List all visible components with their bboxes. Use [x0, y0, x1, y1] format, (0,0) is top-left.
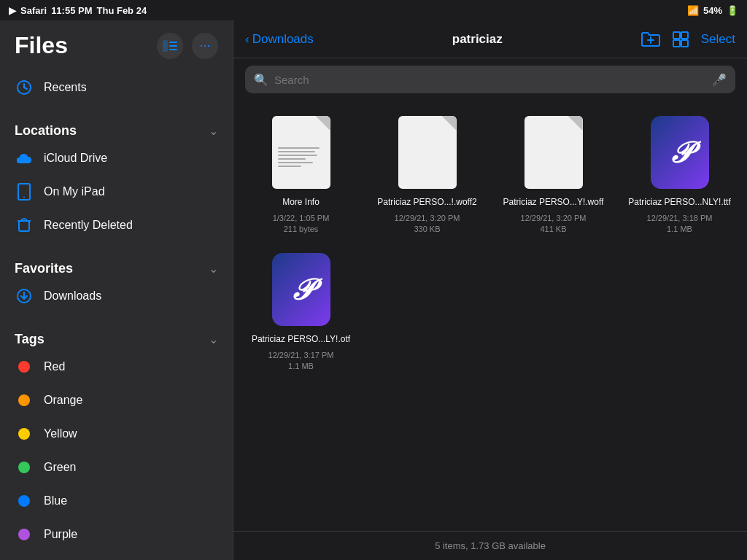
- sidebar-icons: ···: [157, 33, 218, 59]
- tag-label-green: Green: [44, 461, 76, 474]
- recents-label: Recents: [44, 81, 87, 94]
- view-toggle-button[interactable]: [672, 31, 689, 48]
- file-meta-patriciaz-ttf: 12/29/21, 3:18 PM1.1 MB: [647, 213, 713, 236]
- sidebar-section-recents: Recents: [0, 65, 233, 110]
- tags-chevron[interactable]: ⌄: [209, 332, 218, 346]
- wifi-icon: 📶: [687, 5, 699, 16]
- file-icon-container-patriciaz-ttf: 𝒫: [643, 112, 716, 192]
- sidebar-section-locations: Locations ⌄ iCloud Drive On M: [0, 110, 233, 248]
- status-date: Thu Feb 24: [97, 5, 147, 16]
- sidebar-item-recently-deleted[interactable]: Recently Deleted: [0, 209, 233, 242]
- sidebar-section-favorites: Favorites ⌄ Downloads: [0, 248, 233, 319]
- on-my-ipad-label: On My iPad: [44, 185, 105, 198]
- content-title: patriciaz: [314, 32, 641, 47]
- back-chevron-icon: ‹: [245, 32, 249, 47]
- downloads-label: Downloads: [44, 289, 101, 303]
- tag-dot-red: [15, 357, 34, 376]
- svg-rect-9: [19, 221, 29, 231]
- favorites-label: Favorites: [15, 261, 73, 276]
- status-bar-right: 📶 54% 🔋: [687, 5, 738, 16]
- file-icon-container-more-info: [265, 112, 338, 192]
- sidebar: Files ···: [0, 20, 233, 560]
- sidebar-item-icloud-drive[interactable]: iCloud Drive: [0, 141, 233, 175]
- svg-rect-2: [169, 45, 177, 47]
- sidebar-toggle-button[interactable]: [157, 33, 183, 59]
- svg-rect-18: [673, 32, 680, 39]
- signal-icon: ▶: [9, 5, 16, 16]
- file-name-patriciaz-otf: Patriciaz PERSO...LY!.otf: [252, 334, 350, 346]
- file-item-patriciaz-woff2[interactable]: Patriciaz PERSO...!.woff2 12/29/21, 3:20…: [371, 112, 483, 235]
- file-item-more-info[interactable]: More Info 1/3/22, 1:05 PM211 bytes: [245, 112, 357, 235]
- tag-label-yellow: Yellow: [44, 427, 77, 440]
- svg-line-6: [24, 88, 27, 89]
- icloud-drive-label: iCloud Drive: [44, 152, 107, 165]
- more-options-button[interactable]: ···: [192, 33, 218, 59]
- favorites-header: Favorites ⌄: [0, 254, 233, 279]
- sidebar-item-tag-green[interactable]: Green: [0, 451, 233, 484]
- tag-dot-green: [15, 458, 34, 477]
- sidebar-item-tag-orange[interactable]: Orange: [0, 384, 233, 417]
- svg-rect-0: [163, 40, 168, 52]
- sidebar-item-recents[interactable]: Recents: [0, 71, 233, 104]
- sidebar-item-downloads[interactable]: Downloads: [0, 279, 233, 313]
- status-bar-left: ▶ Safari 11:55 PM Thu Feb 24: [9, 5, 147, 16]
- downloads-icon: [15, 287, 34, 306]
- search-input[interactable]: [274, 74, 706, 86]
- svg-rect-1: [169, 42, 177, 43]
- search-bar-container: 🔍 🎤: [233, 58, 747, 101]
- topbar-actions: Select: [641, 31, 735, 48]
- favorites-chevron[interactable]: ⌄: [209, 262, 218, 276]
- sidebar-title: Files: [15, 32, 68, 59]
- file-item-patriciaz-ttf[interactable]: 𝒫 Patriciaz PERSO...NLY!.ttf 12/29/21, 3…: [624, 112, 735, 235]
- file-name-patriciaz-ttf: Patriciaz PERSO...NLY!.ttf: [628, 197, 730, 209]
- file-name-patriciaz-woff: Patriciaz PERSO...Y!.woff: [503, 197, 604, 209]
- trash-icon: [15, 216, 34, 235]
- file-item-patriciaz-woff[interactable]: Patriciaz PERSO...Y!.woff 12/29/21, 3:20…: [498, 112, 609, 235]
- new-folder-button[interactable]: [641, 31, 660, 47]
- content-footer: 5 items, 1.73 GB available: [233, 531, 747, 560]
- file-item-patriciaz-otf[interactable]: 𝒫 Patriciaz PERSO...LY!.otf 12/29/21, 3:…: [245, 249, 357, 372]
- file-icon-more-info: [272, 116, 330, 189]
- file-icon-patriciaz-woff2: [398, 116, 457, 189]
- file-icon-container-patriciaz-woff2: [391, 112, 464, 192]
- sidebar-section-tags: Tags ⌄ Red Orange Yellow Green Blue: [0, 319, 233, 557]
- icloud-icon: [15, 149, 34, 168]
- tag-label-orange: Orange: [44, 394, 82, 407]
- file-icon-patriciaz-woff: [525, 116, 583, 189]
- locations-header: Locations ⌄: [0, 116, 233, 141]
- app-name: Safari: [20, 5, 47, 16]
- file-icon-container-patriciaz-woff: [517, 112, 590, 192]
- svg-rect-19: [681, 32, 688, 39]
- main-layout: Files ···: [0, 20, 747, 560]
- select-button[interactable]: Select: [701, 32, 735, 47]
- sidebar-item-tag-red[interactable]: Red: [0, 350, 233, 384]
- sidebar-item-tag-blue[interactable]: Blue: [0, 484, 233, 518]
- content-area: ‹ Downloads patriciaz: [233, 20, 747, 560]
- file-meta-patriciaz-woff2: 12/29/21, 3:20 PM330 KB: [395, 213, 460, 236]
- ipad-icon: [15, 182, 34, 201]
- status-bar: ▶ Safari 11:55 PM Thu Feb 24 📶 54% 🔋: [0, 0, 747, 20]
- back-button[interactable]: ‹ Downloads: [245, 32, 314, 47]
- tags-header: Tags ⌄: [0, 324, 233, 350]
- tags-list: Red Orange Yellow Green Blue Purple: [0, 350, 233, 551]
- search-icon: 🔍: [254, 73, 268, 87]
- tag-dot-yellow: [15, 424, 34, 443]
- battery-percentage: 54%: [703, 5, 722, 16]
- mic-icon[interactable]: 🎤: [712, 73, 727, 87]
- locations-chevron[interactable]: ⌄: [209, 124, 218, 138]
- footer-text: 5 items, 1.73 GB available: [435, 540, 546, 551]
- sidebar-item-tag-purple[interactable]: Purple: [0, 518, 233, 551]
- file-meta-more-info: 1/3/22, 1:05 PM211 bytes: [273, 213, 330, 236]
- tag-dot-blue: [15, 491, 34, 510]
- file-name-patriciaz-woff2: Patriciaz PERSO...!.woff2: [377, 197, 477, 209]
- svg-point-8: [23, 197, 25, 198]
- back-label: Downloads: [252, 32, 314, 47]
- tag-dot-purple: [15, 525, 34, 544]
- sidebar-item-tag-yellow[interactable]: Yellow: [0, 417, 233, 451]
- sidebar-item-on-my-ipad[interactable]: On My iPad: [0, 175, 233, 209]
- svg-rect-3: [169, 49, 177, 50]
- file-icon-patriciaz-otf: 𝒫: [272, 253, 330, 326]
- tags-label: Tags: [15, 332, 44, 347]
- svg-rect-20: [673, 40, 680, 47]
- tag-label-blue: Blue: [44, 494, 67, 508]
